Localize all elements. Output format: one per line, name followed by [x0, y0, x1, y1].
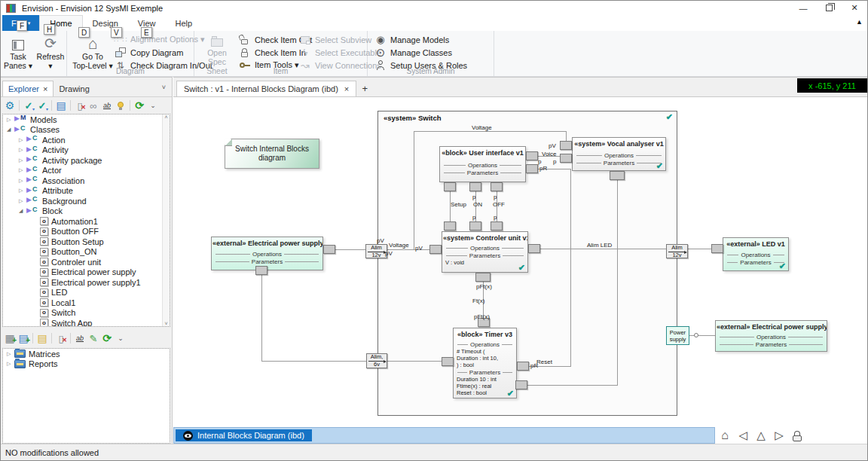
port-eps-bottom[interactable] [255, 266, 267, 275]
port-va-left-1[interactable] [560, 141, 572, 150]
tree-item[interactable]: ▷ Reports [3, 359, 170, 370]
tree-item[interactable]: Boutton OFF [3, 227, 170, 237]
diagram-tab[interactable]: Switch : v1 - Internal Blocks Diagram (i… [176, 81, 356, 96]
tree-item[interactable]: Electrical power supply1 [3, 277, 170, 288]
tree-item[interactable]: Local1 [3, 298, 170, 308]
matrices-overflow-icon[interactable] [115, 332, 127, 344]
port-va-bottom[interactable] [610, 171, 625, 180]
check-item-in-button[interactable]: Check Item In [238, 46, 306, 59]
add-matrix-icon[interactable] [4, 332, 16, 344]
nav-home-icon[interactable]: ⌂ [717, 429, 732, 442]
scroll-down-icon[interactable]: ˅ [164, 321, 167, 326]
toolbar-overflow-icon[interactable] [147, 99, 159, 111]
tree-item[interactable]: Automation1 [3, 216, 170, 227]
block-electrical-power-supply-bottom[interactable]: «external» Electrical power supply Opera… [715, 320, 827, 352]
tree-item[interactable]: Switch App [3, 318, 170, 327]
port-cu-top-2[interactable] [469, 221, 481, 230]
expander-icon[interactable]: ▷ [18, 157, 26, 163]
port-cu-right[interactable] [528, 244, 540, 253]
port-ui-bottom-2[interactable] [469, 182, 481, 191]
port-ui-right-1[interactable] [526, 151, 538, 160]
expander-icon[interactable]: ▷ [18, 147, 26, 153]
port-va-left-2[interactable] [560, 154, 572, 163]
edit-matrix-icon[interactable] [87, 332, 99, 344]
power-supply-port[interactable]: Power supply [666, 326, 689, 345]
port-timer-right-1[interactable] [517, 362, 529, 371]
diagram-page-tab[interactable]: Internal Blocks Diagram (ibd) [176, 429, 312, 441]
diagram-canvas[interactable]: «system» Switch ✔ [173, 97, 867, 427]
rename-icon[interactable] [101, 99, 113, 111]
export-icon[interactable] [36, 332, 48, 344]
expander-icon[interactable]: ▷ [18, 167, 26, 173]
tree-item[interactable]: ▷ Background [3, 196, 170, 206]
rename-matrix-icon[interactable] [74, 332, 86, 344]
tree-item[interactable]: Controler unit [3, 257, 170, 267]
tree-item[interactable]: Boutton_ON [3, 247, 170, 258]
copy-diagram-button[interactable]: Copy Diagram [114, 46, 183, 59]
lock-icon[interactable] [793, 430, 802, 441]
port-cu-top-3[interactable] [491, 221, 503, 230]
delete-icon[interactable] [74, 99, 86, 111]
block-led[interactable]: «external» LED v1 Operations Parameters … [723, 237, 789, 271]
tree-item[interactable]: ◢ Block [3, 206, 170, 217]
tree-item[interactable]: ▷ Matrices [3, 349, 170, 359]
block-user-interface[interactable]: «block» User interface v1 Operations Par… [439, 146, 526, 182]
collapse-ribbon-icon[interactable]: ▲ [856, 18, 863, 26]
expander-icon[interactable]: ▷ [6, 351, 14, 357]
port-cu-top-1[interactable] [444, 221, 456, 230]
alim-12v-right-port[interactable]: Alim 12v [666, 244, 688, 258]
link-icon[interactable] [87, 99, 99, 111]
port-eps-right[interactable] [323, 245, 335, 254]
block-controler-unit[interactable]: «system» Controler unit v1 Operations Pa… [442, 231, 528, 273]
tree-item[interactable]: Boutton Setup [3, 237, 170, 247]
tab-explorer[interactable]: Explorer × [2, 81, 53, 96]
tree-scrollbar[interactable]: ˄˅ [162, 114, 170, 326]
add-report-icon[interactable] [17, 332, 29, 344]
alim-6v-port[interactable]: Alim, 6v [366, 353, 387, 368]
expander-icon[interactable]: ▷ [18, 178, 26, 184]
tree-item[interactable]: ▷ Action [3, 135, 170, 145]
port-cu-left[interactable] [429, 245, 442, 254]
manage-models-button[interactable]: Manage Models [374, 33, 449, 46]
refresh-matrices-icon[interactable] [101, 332, 113, 344]
panel-tabs-chevron-icon[interactable]: ˅ [162, 84, 166, 91]
manage-classes-button[interactable]: Manage Classes [374, 46, 452, 59]
task-panes-button[interactable]: Task Panes ▾ [2, 32, 34, 73]
diagram-note[interactable]: Switch Internal Blocks diagram [225, 139, 319, 169]
tree-item[interactable]: ▷ Models [3, 114, 170, 125]
port-ui-right-2[interactable] [526, 164, 538, 173]
minimize-button[interactable]: — [790, 1, 816, 15]
port-ui-bottom-3[interactable] [491, 182, 503, 191]
expander-icon[interactable]: ▷ [18, 137, 26, 143]
matrices-reports-tree[interactable]: ▷ Matrices ▷ Reports [2, 348, 170, 444]
properties-panel-icon[interactable] [55, 99, 67, 111]
port-timer-right-2[interactable] [515, 380, 527, 389]
tree-item[interactable]: ▷ Association [3, 176, 170, 186]
block-vocal-analyser[interactable]: «system» Vocal analyser v1 Operations Pa… [572, 137, 666, 171]
check-in-tree-icon[interactable] [36, 99, 48, 111]
tree-item[interactable]: LED [3, 288, 170, 298]
tab-help[interactable]: Help [166, 15, 203, 31]
delete-matrix-icon[interactable] [55, 332, 67, 344]
nav-back-icon[interactable]: ◁ [735, 429, 750, 442]
tree-item[interactable]: ▷ Attribute [3, 186, 170, 197]
tree-item[interactable]: ▷ Activity [3, 145, 170, 156]
scroll-up-icon[interactable]: ˄ [164, 114, 167, 120]
nav-forward-icon[interactable]: ▷ [772, 429, 787, 442]
model-tree[interactable]: ˄˅ ▷ Models ◢ Classes ▷ Action [2, 114, 170, 327]
tab-explorer-close-icon[interactable]: × [43, 84, 47, 93]
check-out-tree-icon[interactable] [23, 99, 35, 111]
new-tab-button[interactable]: + [356, 81, 373, 96]
tree-item[interactable]: ◢ Classes [3, 125, 170, 136]
tree-item[interactable]: ▷ Activity package [3, 155, 170, 166]
expander-icon[interactable]: ▷ [6, 117, 14, 123]
refresh-button[interactable]: Refresh ▾ [35, 32, 66, 73]
port-cu-bottom[interactable] [475, 273, 491, 282]
alim-12v-left-port[interactable]: Alim 12v [365, 244, 387, 258]
tab-drawing[interactable]: Drawing [53, 81, 94, 96]
refresh-tree-icon[interactable] [133, 99, 145, 111]
expander-icon[interactable]: ▷ [18, 198, 26, 204]
diagram-tab-close-icon[interactable]: × [344, 84, 349, 93]
nav-up-icon[interactable]: △ [753, 429, 769, 442]
tree-item[interactable]: ▷ Actor [3, 166, 170, 176]
